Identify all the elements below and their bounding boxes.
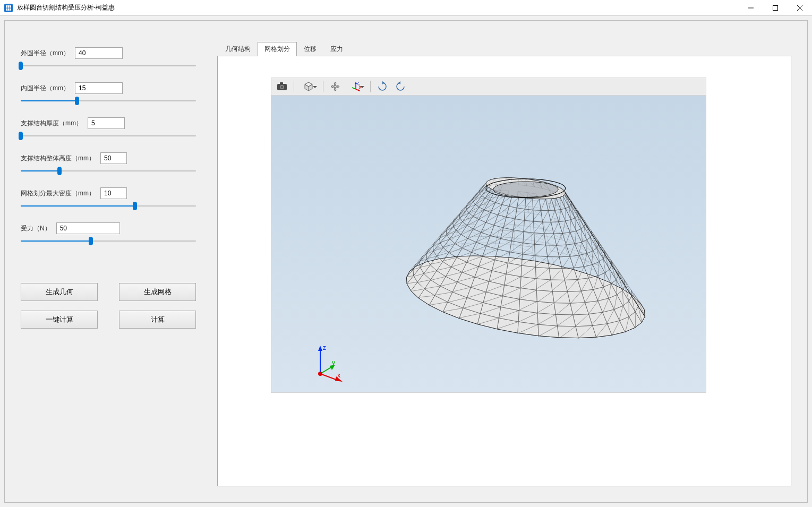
svg-text:x: x [358,83,361,91]
minimize-button[interactable] [739,0,763,15]
separator [323,81,323,92]
force-input[interactable] [56,222,120,234]
param-force: 受力（N） [21,222,196,246]
one-click-compute-button[interactable]: 一键计算 [21,311,98,329]
close-button[interactable] [788,0,812,15]
svg-marker-16 [382,81,384,84]
thickness-slider[interactable] [21,131,196,141]
compute-button[interactable]: 计算 [119,311,196,329]
generate-mesh-button[interactable]: 生成网格 [119,283,196,301]
height-input[interactable] [100,152,127,164]
window-titlebar: 放样圆台切割结构受压分析-柯益惠 [0,0,812,16]
svg-point-7 [281,86,284,89]
3d-viewport[interactable]: z x y [271,96,706,393]
svg-marker-17 [398,81,400,84]
maximize-button[interactable] [763,0,788,15]
height-slider[interactable] [21,166,196,176]
app-frame: 外圆半径（mm） 内圆半径（mm） 支撑结构厚度（mm） [4,20,808,503]
svg-text:z: z [323,345,326,351]
mesh-density-input[interactable] [100,187,127,199]
svg-marker-21 [318,346,322,351]
svg-text:y: y [332,359,335,366]
param-label: 外圆半径（mm） [21,49,70,58]
outer-radius-slider[interactable] [21,61,196,71]
tab-mesh[interactable]: 网格划分 [258,42,297,56]
separator [294,81,294,92]
svg-point-26 [318,372,322,376]
axis-triad: z x y [310,345,347,382]
svg-rect-0 [6,5,11,10]
left-panel: 外圆半径（mm） 内圆半径（mm） 支撑结构厚度（mm） [5,21,212,502]
param-height: 支撑结构整体高度（mm） [21,152,196,176]
param-mesh-density: 网格划分最大密度（mm） [21,187,196,211]
axes-icon[interactable]: zx [345,79,367,94]
window-title: 放样圆台切割结构受压分析-柯益惠 [17,3,739,12]
mesh-density-slider[interactable] [21,201,196,211]
param-label: 支撑结构厚度（mm） [21,119,82,128]
svg-line-13 [352,88,356,89]
inner-radius-input[interactable] [75,82,123,94]
inner-radius-slider[interactable] [21,96,196,106]
generate-geometry-button[interactable]: 生成几何 [21,283,98,301]
param-inner-radius: 内圆半径（mm） [21,82,196,106]
param-label: 网格划分最大密度（mm） [21,189,95,198]
rotate-ccw-icon[interactable] [392,79,409,94]
tab-stress[interactable]: 应力 [323,42,350,56]
tab-geometry[interactable]: 几何结构 [218,42,258,56]
outer-radius-input[interactable] [75,47,123,59]
tab-strip: 几何结构 网格划分 位移 应力 [218,42,791,56]
param-label: 支撑结构整体高度（mm） [21,154,95,163]
separator [370,81,371,92]
svg-text:x: x [337,372,340,379]
viewport-frame: zx z x [217,56,791,486]
thickness-input[interactable] [88,117,125,129]
right-panel: 几何结构 网格划分 位移 应力 [212,21,807,502]
camera-icon[interactable] [273,79,290,94]
view-cube-icon[interactable] [297,79,320,94]
tab-displacement[interactable]: 位移 [297,42,323,56]
force-slider[interactable] [21,236,196,246]
svg-rect-8 [280,82,283,84]
param-thickness: 支撑结构厚度（mm） [21,117,196,141]
app-icon [4,4,13,12]
param-label: 内圆半径（mm） [21,84,70,93]
param-outer-radius: 外圆半径（mm） [21,47,196,71]
param-label: 受力（N） [21,224,51,233]
svg-rect-2 [773,5,778,10]
pan-icon[interactable] [327,79,344,94]
viewport-toolbar: zx [271,78,706,96]
rotate-cw-icon[interactable] [374,79,391,94]
